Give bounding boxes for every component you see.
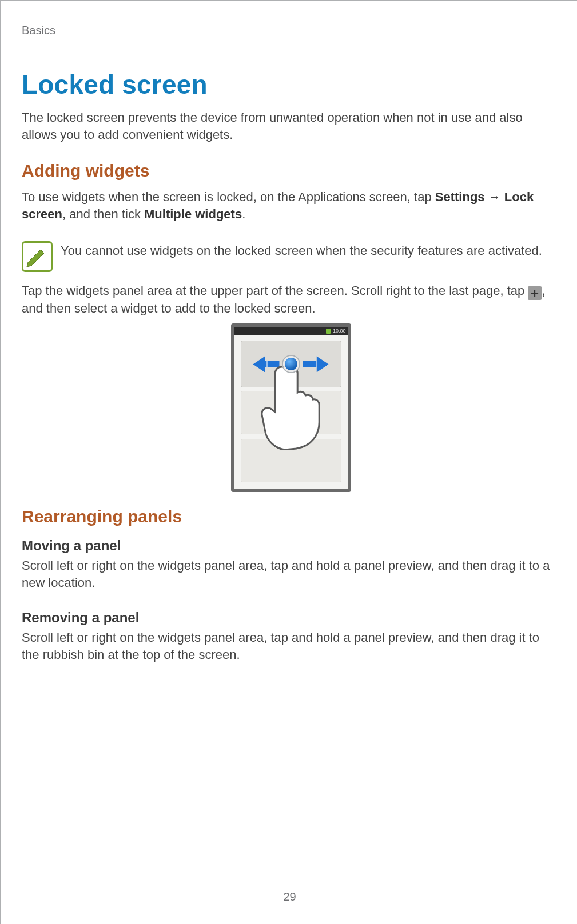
plus-icon: ＋ [528,286,542,300]
intro-paragraph: The locked screen prevents the device fr… [22,109,560,143]
section-heading-rearranging-panels: Rearranging panels [22,507,560,526]
manual-page: Basics Locked screen The locked screen p… [0,0,577,924]
text-fragment: , and then tick [62,207,144,221]
subsection-moving-panel: Moving a panel [22,538,560,554]
bold-multiple-widgets: Multiple widgets [144,207,242,221]
text-fragment: To use widgets when the screen is locked… [22,190,435,204]
adding-widgets-step2: Tap the widgets panel area at the upper … [22,282,560,317]
illustration-swipe-widget-panel: 10:00 [22,323,560,492]
battery-icon [326,329,331,334]
phone-body-placeholder [241,391,341,482]
phone-mockup: 10:00 [231,323,351,492]
widget-panel-area [241,341,341,387]
phone-statusbar: 10:00 [234,327,348,335]
bold-settings: Settings [435,190,485,204]
removing-panel-body: Scroll left or right on the widgets pane… [22,629,560,663]
section-heading-adding-widgets: Adding widgets [22,161,560,181]
page-title: Locked screen [22,69,560,100]
arrow-right-icon [303,356,329,372]
moving-panel-body: Scroll left or right on the widgets pane… [22,557,560,591]
text-fragment: . [242,207,245,221]
note-text: You cannot use widgets on the locked scr… [61,241,542,259]
subsection-removing-panel: Removing a panel [22,610,560,626]
note-icon [22,241,53,272]
drag-knob-icon [283,356,299,372]
text-fragment: Tap the widgets panel area at the upper … [22,283,528,298]
arrow-left-icon [253,356,280,372]
arrow-glyph: → [485,190,504,204]
adding-widgets-step1: To use widgets when the screen is locked… [22,189,560,222]
breadcrumb: Basics [22,24,560,37]
note-callout: You cannot use widgets on the locked scr… [22,241,560,272]
page-number: 29 [1,890,577,903]
statusbar-time: 10:00 [333,328,346,334]
